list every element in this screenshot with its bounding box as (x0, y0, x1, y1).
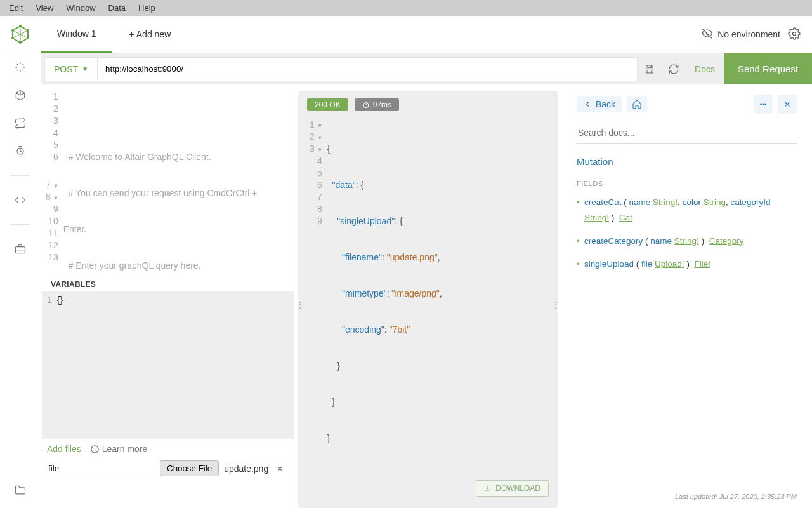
docs-type-heading[interactable]: Mutation (577, 156, 797, 167)
svg-point-15 (761, 104, 762, 105)
resize-handle-left[interactable]: ⋮ (296, 300, 304, 310)
menu-view[interactable]: View (29, 1, 60, 15)
tab-add-new[interactable]: + Add new (112, 16, 187, 53)
settings-button[interactable] (788, 27, 801, 42)
remove-file-button[interactable]: × (273, 464, 286, 474)
menu-data[interactable]: Data (102, 1, 132, 15)
watch-icon[interactable] (14, 145, 27, 157)
variables-header: VARIABLES (41, 275, 294, 291)
svg-point-10 (793, 32, 796, 35)
docs-fields-label: FIELDS (577, 180, 797, 187)
docs-field-singleUpload[interactable]: singleUpload ( file Upload! ) File! (577, 257, 797, 272)
send-request-button[interactable]: Send Request (724, 53, 812, 84)
environment-selector[interactable]: No environment (701, 27, 780, 42)
topbar: Window 1 + Add new No environment (0, 16, 812, 53)
file-variable-name-input[interactable] (47, 461, 155, 476)
url-input[interactable] (98, 57, 638, 81)
tab-window-1[interactable]: Window 1 (41, 16, 112, 53)
docs-toggle[interactable]: Docs (686, 64, 724, 74)
window-tabs: Window 1 + Add new (41, 16, 187, 53)
choose-file-button[interactable]: Choose File (160, 460, 219, 476)
environment-label: No environment (717, 29, 780, 39)
docs-field-createCat[interactable]: createCat ( name String!, color String, … (577, 195, 797, 226)
request-bar: POST▼ Docs Send Request (41, 53, 812, 84)
time-badge: 97ms (355, 98, 399, 111)
resize-handle-right[interactable]: ⋮ (551, 300, 560, 310)
selected-filename: update.png (224, 464, 268, 474)
variables-editor[interactable]: 1 {} (42, 291, 294, 439)
docs-field-createCategory[interactable]: createCategory ( name String! ) Category (577, 234, 797, 249)
repeat-icon[interactable] (14, 117, 27, 130)
query-editor[interactable]: 123456 7 ▼8 ▼910111213 # Welcome to Alta… (41, 84, 294, 275)
menubar: Edit View Window Data Help (0, 0, 812, 16)
docs-last-updated: Last updated: Jul 27, 2020, 2:35:23 PM (577, 493, 797, 503)
save-button[interactable] (638, 57, 662, 81)
query-pane: 123456 7 ▼8 ▼910111213 # Welcome to Alta… (41, 84, 294, 508)
briefcase-icon[interactable] (14, 243, 27, 255)
cube-icon[interactable] (14, 89, 27, 102)
menu-help[interactable]: Help (132, 1, 162, 15)
docs-search-input[interactable] (577, 123, 797, 144)
result-pane: ⋮ ⋮ 200 OK 97ms 1 ▼2 ▼3 ▼456789 { "da (298, 91, 558, 508)
svg-point-17 (765, 104, 766, 105)
status-badge: 200 OK (307, 98, 348, 111)
eye-off-icon (701, 27, 714, 42)
docs-back-button[interactable]: Back (577, 96, 622, 112)
http-method-selector[interactable]: POST▼ (44, 57, 98, 81)
docs-more-button[interactable] (754, 95, 773, 114)
app-logo (0, 24, 41, 44)
docs-pane: Back Mutation FIELDS createCat ( name St… (561, 84, 812, 508)
docs-close-button[interactable] (778, 95, 797, 114)
menu-window[interactable]: Window (60, 1, 102, 15)
file-upload-section: Add files Learn more Choose File update.… (41, 439, 294, 481)
response-viewer[interactable]: 1 ▼2 ▼3 ▼456789 { "data": { "singleUploa… (298, 119, 558, 469)
docs-home-button[interactable] (627, 96, 647, 112)
sidebar (0, 53, 41, 508)
code-icon[interactable] (14, 194, 27, 206)
folder-icon[interactable] (14, 484, 27, 497)
add-files-link[interactable]: Add files (47, 444, 81, 454)
download-button[interactable]: DOWNLOAD (476, 480, 549, 497)
learn-more-link[interactable]: Learn more (90, 444, 148, 454)
spinner-icon[interactable] (14, 61, 27, 74)
menu-edit[interactable]: Edit (3, 1, 29, 15)
svg-point-16 (763, 104, 764, 105)
reload-button[interactable] (662, 57, 686, 81)
